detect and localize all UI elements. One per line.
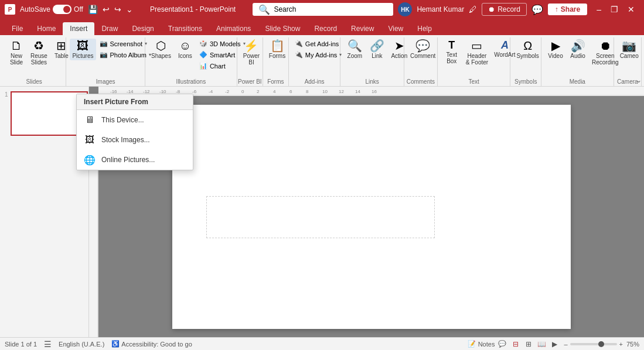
redo-icon[interactable]: ↪: [114, 5, 121, 14]
tab-draw[interactable]: Draw: [94, 22, 125, 35]
autosave-toggle[interactable]: [53, 5, 71, 14]
tab-slideshow[interactable]: Slide Show: [258, 22, 307, 35]
app-logo: P: [5, 4, 15, 15]
tab-file[interactable]: File: [5, 22, 30, 35]
restore-button[interactable]: ❐: [606, 0, 623, 19]
comments-statusbar-button[interactable]: 💬: [498, 340, 506, 348]
powerbi-button[interactable]: ⚡ PowerBI: [241, 39, 262, 67]
get-addins-button[interactable]: 🔌 Get Add-ins: [292, 39, 344, 49]
avatar: HK: [398, 2, 412, 16]
ribbon-group-comments: 💬 Comment Comments: [404, 37, 438, 86]
save-icon[interactable]: 💾: [88, 5, 98, 14]
tab-view[interactable]: View: [381, 22, 410, 35]
my-addins-button[interactable]: 🔌 My Add-ins ▾: [292, 50, 344, 60]
symbols-items: Ω Symbols: [514, 37, 541, 77]
zoom-minus-button[interactable]: –: [564, 341, 567, 348]
video-button[interactable]: ▶ Video: [545, 39, 566, 60]
this-device-item[interactable]: 🖥 This Device...: [77, 110, 193, 130]
online-pictures-item[interactable]: 🌐 Online Pictures...: [77, 150, 193, 170]
tab-review[interactable]: Review: [344, 22, 381, 35]
normal-view-button[interactable]: ⊟: [510, 339, 522, 349]
illustrations-group-label: Illustrations: [145, 78, 237, 85]
svg-text:2: 2: [257, 89, 260, 94]
search-bar[interactable]: 🔍: [253, 3, 393, 16]
slideshow-view-button[interactable]: ▶: [548, 339, 560, 349]
audio-icon: 🔊: [571, 40, 585, 52]
symbols-button[interactable]: Ω Symbols: [514, 39, 541, 60]
tab-transitions[interactable]: Transitions: [161, 22, 209, 35]
forms-button[interactable]: 📋 Forms: [267, 39, 288, 60]
search-input[interactable]: [274, 5, 367, 13]
zoom-plus-button[interactable]: +: [619, 341, 623, 348]
wordart-icon: A: [501, 40, 509, 50]
ribbon-group-links: 🔍 Zoom 🔗 Link ➤ Action Links: [340, 37, 404, 86]
forms-icon: 📋: [270, 40, 285, 52]
slide-panel-item: 1: [5, 91, 84, 138]
tab-home[interactable]: Home: [30, 22, 63, 35]
comment-icon: 💬: [415, 40, 430, 52]
undo-icon[interactable]: ↩: [103, 5, 110, 14]
ribbon-group-forms: 📋 Forms Forms: [263, 37, 289, 86]
ribbon-group-powerbi: ⚡ PowerBI Power BI: [237, 37, 263, 86]
screen-recording-icon: ⏺: [599, 40, 611, 52]
stock-images-item[interactable]: 🖼 Stock Images...: [77, 130, 193, 150]
symbols-group-label: Symbols: [510, 78, 541, 85]
notes-button[interactable]: 📝 Notes: [468, 340, 495, 348]
pictures-button[interactable]: 🖼 Pictures: [70, 39, 96, 60]
zoom-track[interactable]: [570, 343, 617, 345]
ribbon-group-slides: 🗋 NewSlide ♻ ReuseSlides ⊞ Table Slides: [2, 37, 66, 86]
svg-text:-4: -4: [209, 89, 213, 94]
slide-canvas: [172, 105, 571, 329]
svg-text:10: 10: [322, 89, 328, 94]
reading-view-button[interactable]: 📖: [536, 339, 547, 349]
titlebar-center: Presentation1 - PowerPoint: [150, 5, 236, 13]
cameo-button[interactable]: 📷 Cameo: [618, 39, 641, 60]
new-slide-button[interactable]: 🗋 NewSlide: [6, 39, 27, 67]
icons-button[interactable]: ☺ Icons: [175, 39, 196, 60]
slide-panel-toggle-icon[interactable]: ☰: [44, 339, 52, 349]
svg-text:-2: -2: [225, 89, 230, 94]
tab-design[interactable]: Design: [125, 22, 161, 35]
slide-sorter-button[interactable]: ⊞: [523, 339, 534, 349]
minimize-button[interactable]: –: [592, 0, 606, 19]
ribbon-expand-button[interactable]: ⌄: [636, 74, 642, 85]
tab-insert[interactable]: Insert: [63, 22, 94, 35]
customize-icon[interactable]: ⌄: [126, 5, 133, 14]
zoom-button[interactable]: 🔍 Zoom: [344, 39, 365, 60]
header-footer-button[interactable]: ▭ Header& Footer: [464, 39, 490, 67]
camera-items: 📷 Cameo: [618, 37, 641, 77]
reuse-slides-button[interactable]: ♻ ReuseSlides: [28, 39, 50, 67]
tab-record[interactable]: Record: [307, 22, 344, 35]
ribbon: 🗋 NewSlide ♻ ReuseSlides ⊞ Table Slides …: [0, 35, 644, 87]
shapes-icon: ⬡: [156, 40, 166, 52]
search-icon: 🔍: [258, 4, 270, 15]
comments-icon[interactable]: 💬: [531, 4, 543, 15]
comment-button[interactable]: 💬 Comment: [408, 39, 438, 60]
shapes-button[interactable]: ⬡ Shapes: [149, 39, 173, 60]
table-icon: ⊞: [56, 40, 66, 52]
slides-items: 🗋 NewSlide ♻ ReuseSlides ⊞ Table: [6, 37, 72, 77]
view-buttons: ⊟ ⊞ 📖 ▶: [510, 339, 560, 349]
zoom-level[interactable]: 75%: [626, 341, 639, 348]
audio-button[interactable]: 🔊 Audio: [567, 39, 588, 60]
text-items: T TextBox ▭ Header& Footer A WordArt: [441, 37, 518, 77]
text-placeholder: [206, 196, 435, 238]
link-button[interactable]: 🔗 Link: [366, 39, 387, 60]
notes-icon: 📝: [468, 340, 476, 348]
media-items: ▶ Video 🔊 Audio ⏺ ScreenRecording: [545, 37, 621, 77]
textbox-button[interactable]: T TextBox: [441, 39, 462, 66]
screenshot-icon: 📷: [100, 40, 108, 47]
autosave-label: AutoSave: [20, 5, 50, 13]
ribbon-group-media: ▶ Video 🔊 Audio ⏺ ScreenRecording Media: [541, 37, 614, 86]
images-items: 🖼 Pictures 📷 Screenshot ▾ 📷 Photo Album …: [70, 37, 154, 77]
record-button[interactable]: ⏺ Record: [482, 3, 527, 16]
share-button[interactable]: ↑ Share: [548, 4, 587, 15]
close-button[interactable]: ✕: [623, 0, 639, 19]
tab-animations[interactable]: Animations: [209, 22, 258, 35]
tab-help[interactable]: Help: [410, 22, 439, 35]
svg-text:4: 4: [273, 89, 276, 94]
ribbon-group-addins: 🔌 Get Add-ins 🔌 My Add-ins ▾ Add-ins: [289, 37, 340, 86]
header-footer-icon: ▭: [471, 40, 482, 52]
online-pictures-label: Online Pictures...: [101, 156, 155, 164]
pen-icon[interactable]: 🖊: [469, 5, 477, 14]
